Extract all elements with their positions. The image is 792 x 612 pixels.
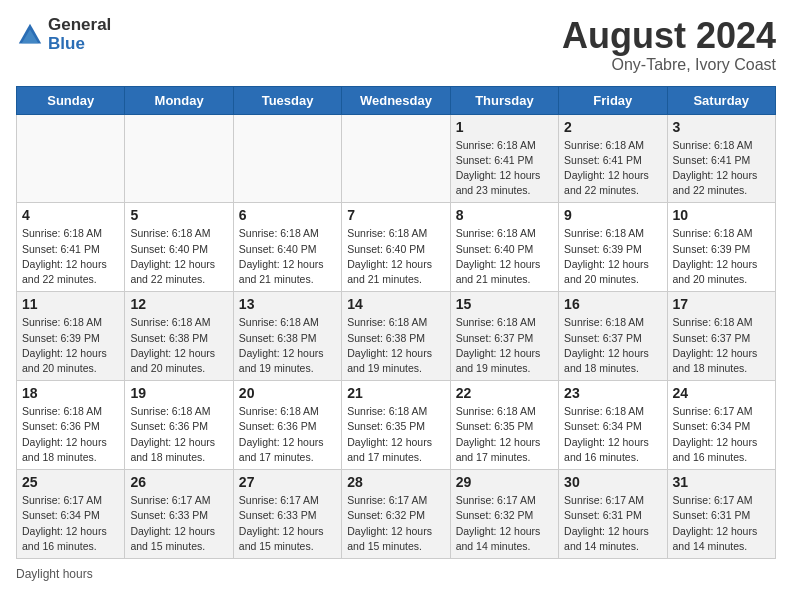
day-number: 4 (22, 207, 119, 223)
title-block: August 2024 Ony-Tabre, Ivory Coast (562, 16, 776, 74)
day-cell: 9Sunrise: 6:18 AMSunset: 6:39 PMDaylight… (559, 203, 667, 292)
dow-tuesday: Tuesday (233, 86, 341, 114)
week-row-0: 1Sunrise: 6:18 AMSunset: 6:41 PMDaylight… (17, 114, 776, 203)
day-cell: 18Sunrise: 6:18 AMSunset: 6:36 PMDayligh… (17, 381, 125, 470)
day-number: 20 (239, 385, 336, 401)
day-number: 19 (130, 385, 227, 401)
day-number: 18 (22, 385, 119, 401)
day-info: Sunrise: 6:18 AMSunset: 6:41 PMDaylight:… (673, 138, 770, 199)
dow-saturday: Saturday (667, 86, 775, 114)
day-cell: 23Sunrise: 6:18 AMSunset: 6:34 PMDayligh… (559, 381, 667, 470)
day-cell: 7Sunrise: 6:18 AMSunset: 6:40 PMDaylight… (342, 203, 450, 292)
day-cell: 2Sunrise: 6:18 AMSunset: 6:41 PMDaylight… (559, 114, 667, 203)
day-cell: 11Sunrise: 6:18 AMSunset: 6:39 PMDayligh… (17, 292, 125, 381)
day-cell: 14Sunrise: 6:18 AMSunset: 6:38 PMDayligh… (342, 292, 450, 381)
days-of-week-row: SundayMondayTuesdayWednesdayThursdayFrid… (17, 86, 776, 114)
day-cell: 28Sunrise: 6:17 AMSunset: 6:32 PMDayligh… (342, 470, 450, 559)
day-number: 16 (564, 296, 661, 312)
day-number: 21 (347, 385, 444, 401)
day-cell: 8Sunrise: 6:18 AMSunset: 6:40 PMDaylight… (450, 203, 558, 292)
day-number: 29 (456, 474, 553, 490)
day-info: Sunrise: 6:18 AMSunset: 6:41 PMDaylight:… (564, 138, 661, 199)
day-info: Sunrise: 6:18 AMSunset: 6:40 PMDaylight:… (347, 226, 444, 287)
footer-note: Daylight hours (16, 567, 776, 581)
day-number: 31 (673, 474, 770, 490)
day-info: Sunrise: 6:17 AMSunset: 6:31 PMDaylight:… (564, 493, 661, 554)
logo-icon (16, 21, 44, 49)
dow-sunday: Sunday (17, 86, 125, 114)
day-number: 27 (239, 474, 336, 490)
day-info: Sunrise: 6:18 AMSunset: 6:38 PMDaylight:… (239, 315, 336, 376)
day-cell: 27Sunrise: 6:17 AMSunset: 6:33 PMDayligh… (233, 470, 341, 559)
week-row-2: 11Sunrise: 6:18 AMSunset: 6:39 PMDayligh… (17, 292, 776, 381)
day-info: Sunrise: 6:18 AMSunset: 6:37 PMDaylight:… (673, 315, 770, 376)
day-cell: 6Sunrise: 6:18 AMSunset: 6:40 PMDaylight… (233, 203, 341, 292)
day-info: Sunrise: 6:18 AMSunset: 6:36 PMDaylight:… (130, 404, 227, 465)
logo: General Blue (16, 16, 111, 53)
day-info: Sunrise: 6:17 AMSunset: 6:33 PMDaylight:… (239, 493, 336, 554)
calendar-header: SundayMondayTuesdayWednesdayThursdayFrid… (17, 86, 776, 114)
day-info: Sunrise: 6:18 AMSunset: 6:34 PMDaylight:… (564, 404, 661, 465)
day-number: 30 (564, 474, 661, 490)
day-number: 14 (347, 296, 444, 312)
day-cell: 15Sunrise: 6:18 AMSunset: 6:37 PMDayligh… (450, 292, 558, 381)
day-cell: 21Sunrise: 6:18 AMSunset: 6:35 PMDayligh… (342, 381, 450, 470)
calendar-table: SundayMondayTuesdayWednesdayThursdayFrid… (16, 86, 776, 559)
day-cell: 13Sunrise: 6:18 AMSunset: 6:38 PMDayligh… (233, 292, 341, 381)
day-number: 9 (564, 207, 661, 223)
day-cell: 12Sunrise: 6:18 AMSunset: 6:38 PMDayligh… (125, 292, 233, 381)
day-cell: 19Sunrise: 6:18 AMSunset: 6:36 PMDayligh… (125, 381, 233, 470)
day-number: 12 (130, 296, 227, 312)
day-cell: 22Sunrise: 6:18 AMSunset: 6:35 PMDayligh… (450, 381, 558, 470)
page-title: August 2024 (562, 16, 776, 56)
day-cell: 3Sunrise: 6:18 AMSunset: 6:41 PMDaylight… (667, 114, 775, 203)
logo-general: General (48, 16, 111, 35)
day-info: Sunrise: 6:17 AMSunset: 6:32 PMDaylight:… (456, 493, 553, 554)
week-row-3: 18Sunrise: 6:18 AMSunset: 6:36 PMDayligh… (17, 381, 776, 470)
day-cell: 16Sunrise: 6:18 AMSunset: 6:37 PMDayligh… (559, 292, 667, 381)
day-number: 8 (456, 207, 553, 223)
day-number: 28 (347, 474, 444, 490)
day-number: 24 (673, 385, 770, 401)
day-cell: 10Sunrise: 6:18 AMSunset: 6:39 PMDayligh… (667, 203, 775, 292)
day-info: Sunrise: 6:17 AMSunset: 6:33 PMDaylight:… (130, 493, 227, 554)
dow-monday: Monday (125, 86, 233, 114)
day-number: 22 (456, 385, 553, 401)
day-number: 13 (239, 296, 336, 312)
dow-wednesday: Wednesday (342, 86, 450, 114)
day-number: 11 (22, 296, 119, 312)
day-number: 3 (673, 119, 770, 135)
day-number: 17 (673, 296, 770, 312)
day-cell: 29Sunrise: 6:17 AMSunset: 6:32 PMDayligh… (450, 470, 558, 559)
day-info: Sunrise: 6:18 AMSunset: 6:41 PMDaylight:… (22, 226, 119, 287)
day-number: 10 (673, 207, 770, 223)
page-subtitle: Ony-Tabre, Ivory Coast (562, 56, 776, 74)
day-info: Sunrise: 6:17 AMSunset: 6:31 PMDaylight:… (673, 493, 770, 554)
day-info: Sunrise: 6:18 AMSunset: 6:40 PMDaylight:… (239, 226, 336, 287)
day-info: Sunrise: 6:18 AMSunset: 6:35 PMDaylight:… (347, 404, 444, 465)
day-info: Sunrise: 6:18 AMSunset: 6:40 PMDaylight:… (130, 226, 227, 287)
day-info: Sunrise: 6:17 AMSunset: 6:32 PMDaylight:… (347, 493, 444, 554)
day-info: Sunrise: 6:18 AMSunset: 6:37 PMDaylight:… (456, 315, 553, 376)
day-info: Sunrise: 6:18 AMSunset: 6:36 PMDaylight:… (22, 404, 119, 465)
day-info: Sunrise: 6:18 AMSunset: 6:39 PMDaylight:… (564, 226, 661, 287)
day-info: Sunrise: 6:18 AMSunset: 6:38 PMDaylight:… (347, 315, 444, 376)
day-number: 5 (130, 207, 227, 223)
day-cell (342, 114, 450, 203)
day-number: 1 (456, 119, 553, 135)
logo-blue: Blue (48, 35, 111, 54)
day-cell: 4Sunrise: 6:18 AMSunset: 6:41 PMDaylight… (17, 203, 125, 292)
day-info: Sunrise: 6:18 AMSunset: 6:37 PMDaylight:… (564, 315, 661, 376)
day-info: Sunrise: 6:17 AMSunset: 6:34 PMDaylight:… (673, 404, 770, 465)
day-number: 15 (456, 296, 553, 312)
day-cell: 25Sunrise: 6:17 AMSunset: 6:34 PMDayligh… (17, 470, 125, 559)
week-row-1: 4Sunrise: 6:18 AMSunset: 6:41 PMDaylight… (17, 203, 776, 292)
day-info: Sunrise: 6:18 AMSunset: 6:39 PMDaylight:… (22, 315, 119, 376)
day-info: Sunrise: 6:18 AMSunset: 6:41 PMDaylight:… (456, 138, 553, 199)
week-row-4: 25Sunrise: 6:17 AMSunset: 6:34 PMDayligh… (17, 470, 776, 559)
day-info: Sunrise: 6:18 AMSunset: 6:38 PMDaylight:… (130, 315, 227, 376)
day-number: 2 (564, 119, 661, 135)
day-cell (125, 114, 233, 203)
day-number: 25 (22, 474, 119, 490)
day-number: 6 (239, 207, 336, 223)
